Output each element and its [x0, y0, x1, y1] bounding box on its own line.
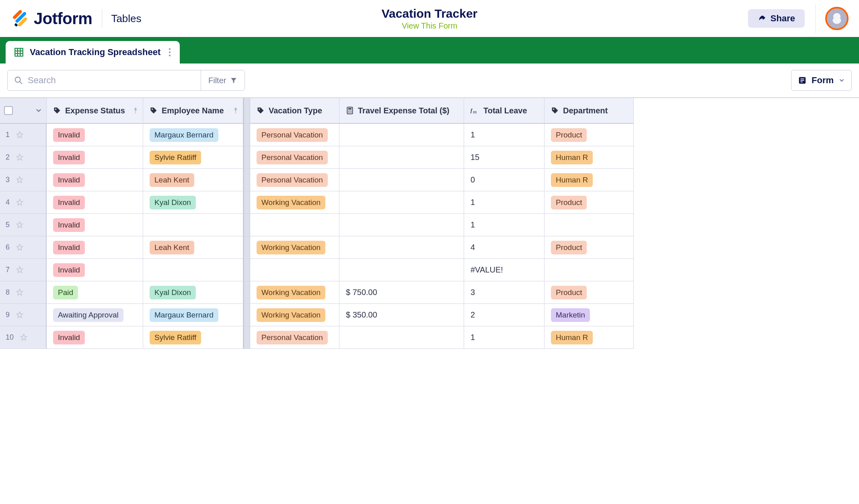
cell-vacation-type[interactable]: Working Vacation — [250, 236, 339, 259]
cell-expense-status[interactable]: Invalid — [47, 169, 143, 191]
star-icon[interactable] — [15, 176, 24, 184]
search-input[interactable] — [28, 75, 194, 86]
cell-expense-status[interactable]: Invalid — [47, 146, 143, 169]
star-icon[interactable] — [15, 221, 24, 229]
star-icon[interactable] — [15, 266, 24, 275]
star-icon[interactable] — [15, 153, 24, 162]
row-index-cell[interactable]: 1 — [0, 124, 47, 146]
row-index-cell[interactable]: 9 — [0, 304, 47, 326]
cell-department[interactable]: Marketin — [545, 304, 634, 326]
product-name[interactable]: Tables — [111, 12, 141, 25]
cell-department[interactable]: Product — [545, 124, 634, 146]
form-view-button[interactable]: Form — [791, 70, 852, 91]
frozen-column-gutter[interactable] — [244, 124, 250, 146]
frozen-column-gutter[interactable] — [244, 281, 250, 304]
row-index-cell[interactable]: 4 — [0, 191, 47, 214]
cell-total-leave[interactable]: 1 — [464, 214, 545, 236]
cell-travel-expense[interactable]: $ 350.00 — [339, 304, 464, 326]
frozen-column-gutter[interactable] — [244, 236, 250, 259]
frozen-column-gutter[interactable] — [244, 169, 250, 191]
pin-icon[interactable] — [132, 107, 139, 114]
cell-travel-expense[interactable] — [339, 236, 464, 259]
pin-icon[interactable] — [232, 107, 239, 114]
tab-vacation-spreadsheet[interactable]: Vacation Tracking Spreadsheet — [6, 41, 180, 64]
cell-vacation-type[interactable]: Working Vacation — [250, 304, 339, 326]
cell-expense-status[interactable]: Invalid — [47, 326, 143, 349]
frozen-column-gutter[interactable] — [244, 259, 250, 281]
cell-vacation-type[interactable]: Working Vacation — [250, 281, 339, 304]
tab-menu-button[interactable] — [166, 48, 172, 57]
column-header-vacation-type[interactable]: Vacation Type — [250, 98, 339, 124]
cell-expense-status[interactable]: Paid — [47, 281, 143, 304]
cell-total-leave[interactable]: 1 — [464, 124, 545, 146]
cell-vacation-type[interactable]: Personal Vacation — [250, 124, 339, 146]
row-index-cell[interactable]: 6 — [0, 236, 47, 259]
star-icon[interactable] — [15, 311, 24, 320]
cell-vacation-type[interactable]: Personal Vacation — [250, 326, 339, 349]
cell-expense-status[interactable]: Invalid — [47, 214, 143, 236]
cell-travel-expense[interactable] — [339, 146, 464, 169]
star-icon[interactable] — [15, 243, 24, 252]
column-header-expense-status[interactable]: Expense Status — [47, 98, 143, 124]
frozen-column-gutter[interactable] — [244, 326, 250, 349]
row-index-cell[interactable]: 3 — [0, 169, 47, 191]
cell-total-leave[interactable]: 0 — [464, 169, 545, 191]
cell-expense-status[interactable]: Invalid — [47, 236, 143, 259]
row-index-cell[interactable]: 7 — [0, 259, 47, 281]
cell-travel-expense[interactable] — [339, 214, 464, 236]
cell-vacation-type[interactable]: Personal Vacation — [250, 169, 339, 191]
cell-employee-name[interactable]: Margaux Bernard — [143, 124, 244, 146]
frozen-column-gutter[interactable] — [244, 191, 250, 214]
cell-travel-expense[interactable] — [339, 124, 464, 146]
cell-expense-status[interactable]: Invalid — [47, 191, 143, 214]
cell-travel-expense[interactable] — [339, 191, 464, 214]
cell-employee-name[interactable] — [143, 214, 244, 236]
cell-vacation-type[interactable]: Working Vacation — [250, 191, 339, 214]
cell-employee-name[interactable]: Leah Kent — [143, 236, 244, 259]
cell-department[interactable]: Human R — [545, 326, 634, 349]
cell-total-leave[interactable]: 1 — [464, 326, 545, 349]
star-icon[interactable] — [15, 131, 24, 139]
row-index-cell[interactable]: 10 — [0, 326, 47, 349]
column-header-total-leave[interactable]: f(x) Total Leave — [464, 98, 545, 124]
view-form-link[interactable]: View This Form — [382, 21, 477, 31]
column-header-department[interactable]: Department — [545, 98, 634, 124]
select-all-checkbox[interactable] — [4, 106, 13, 115]
cell-total-leave[interactable]: 2 — [464, 304, 545, 326]
star-icon[interactable] — [19, 333, 28, 342]
chevron-down-icon[interactable] — [35, 107, 42, 114]
cell-employee-name[interactable]: Kyal Dixon — [143, 281, 244, 304]
row-index-cell[interactable]: 5 — [0, 214, 47, 236]
star-icon[interactable] — [15, 198, 24, 207]
cell-travel-expense[interactable] — [339, 326, 464, 349]
cell-department[interactable] — [545, 214, 634, 236]
cell-department[interactable]: Product — [545, 191, 634, 214]
cell-total-leave[interactable]: 3 — [464, 281, 545, 304]
cell-employee-name[interactable]: Leah Kent — [143, 169, 244, 191]
cell-vacation-type[interactable] — [250, 259, 339, 281]
frozen-column-gutter[interactable] — [244, 98, 250, 124]
column-header-employee-name[interactable]: Employee Name — [143, 98, 244, 124]
row-index-cell[interactable]: 8 — [0, 281, 47, 304]
cell-employee-name[interactable]: Sylvie Ratliff — [143, 326, 244, 349]
cell-travel-expense[interactable] — [339, 259, 464, 281]
frozen-column-gutter[interactable] — [244, 214, 250, 236]
cell-travel-expense[interactable] — [339, 169, 464, 191]
cell-total-leave[interactable]: 4 — [464, 236, 545, 259]
frozen-column-gutter[interactable] — [244, 304, 250, 326]
cell-total-leave[interactable]: #VALUE! — [464, 259, 545, 281]
user-avatar[interactable] — [825, 7, 849, 30]
cell-total-leave[interactable]: 15 — [464, 146, 545, 169]
cell-expense-status[interactable]: Invalid — [47, 124, 143, 146]
column-header-travel-expense[interactable]: Travel Expense Total ($) — [339, 98, 464, 124]
cell-employee-name[interactable]: Kyal Dixon — [143, 191, 244, 214]
cell-total-leave[interactable]: 1 — [464, 191, 545, 214]
cell-department[interactable] — [545, 259, 634, 281]
cell-department[interactable]: Human R — [545, 146, 634, 169]
cell-employee-name[interactable] — [143, 259, 244, 281]
cell-expense-status[interactable]: Awaiting Approval — [47, 304, 143, 326]
cell-department[interactable]: Product — [545, 236, 634, 259]
search-box[interactable] — [8, 70, 201, 90]
star-icon[interactable] — [15, 288, 24, 297]
row-index-cell[interactable]: 2 — [0, 146, 47, 169]
